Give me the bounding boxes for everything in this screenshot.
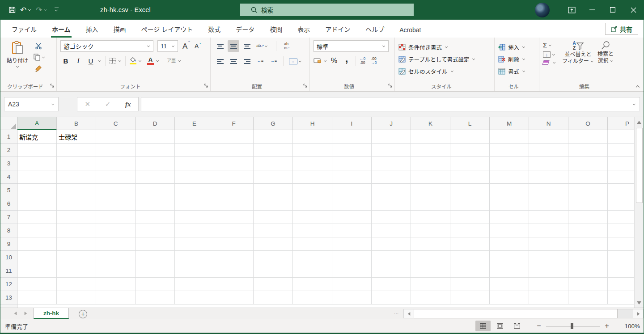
paste-button[interactable]: 貼り付け (4, 40, 31, 83)
cell-C7[interactable] (96, 211, 136, 224)
cell-G5[interactable] (254, 184, 293, 197)
zoom-slider-thumb[interactable] (571, 323, 573, 329)
phonetic-guide-button[interactable]: ア亜 (167, 59, 176, 63)
cell-B5[interactable] (57, 184, 96, 197)
scroll-left-button[interactable] (403, 309, 414, 318)
customize-qat-button[interactable] (55, 8, 59, 12)
find-select-button[interactable]: 検索と選択 (596, 40, 615, 83)
tab-表示[interactable]: 表示 (290, 21, 318, 38)
font-size-select[interactable]: 11 (157, 40, 178, 52)
cell-D11[interactable] (136, 264, 175, 278)
minimize-button[interactable] (582, 0, 602, 20)
sort-filter-button[interactable]: AZ 並べ替えとフィルター (560, 40, 596, 83)
cell-E8[interactable] (175, 224, 214, 237)
cell-N13[interactable] (529, 291, 568, 304)
cell-M4[interactable] (490, 170, 529, 184)
column-header-P[interactable]: P (608, 117, 634, 130)
cell-E7[interactable] (175, 211, 214, 224)
cell-P5[interactable] (608, 184, 634, 197)
cell-D9[interactable] (136, 237, 175, 251)
cell-G1[interactable] (254, 130, 293, 144)
cell-C2[interactable] (96, 144, 136, 157)
cell-D4[interactable] (136, 170, 175, 184)
tab-Acrobat[interactable]: Acrobat (392, 22, 428, 38)
cell-C10[interactable] (96, 251, 136, 264)
cell-N11[interactable] (529, 264, 568, 278)
cell-N3[interactable] (529, 157, 568, 170)
cell-I6[interactable] (332, 197, 372, 211)
cell-F9[interactable] (214, 237, 254, 251)
cell-K6[interactable] (411, 197, 450, 211)
scroll-right-button[interactable] (633, 309, 644, 318)
cell-E11[interactable] (175, 264, 214, 278)
row-header-7[interactable]: 7 (0, 211, 17, 224)
cell-F7[interactable] (214, 211, 254, 224)
cell-H1[interactable] (293, 130, 332, 144)
cell-I1[interactable] (332, 130, 372, 144)
cell-A9[interactable] (17, 237, 57, 251)
cell-A8[interactable] (17, 224, 57, 237)
tab-ホーム[interactable]: ホーム (44, 21, 78, 38)
cell-K7[interactable] (411, 211, 450, 224)
cell-J12[interactable] (372, 278, 411, 291)
cell-N2[interactable] (529, 144, 568, 157)
row-header-9[interactable]: 9 (0, 237, 17, 251)
cell-G4[interactable] (254, 170, 293, 184)
cell-A2[interactable] (17, 144, 57, 157)
cell-J3[interactable] (372, 157, 411, 170)
column-header-A[interactable]: A (17, 117, 57, 130)
cell-H4[interactable] (293, 170, 332, 184)
cell-N9[interactable] (529, 237, 568, 251)
cell-H3[interactable] (293, 157, 332, 170)
cell-K2[interactable] (411, 144, 450, 157)
cell-P9[interactable] (608, 237, 634, 251)
cell-O13[interactable] (568, 291, 608, 304)
scroll-down-button[interactable] (635, 298, 644, 308)
zoom-slider-track[interactable] (546, 326, 600, 326)
cell-G12[interactable] (254, 278, 293, 291)
page-break-preview-button[interactable] (509, 321, 525, 331)
phonetic-dropdown-icon[interactable] (178, 59, 181, 62)
cell-L2[interactable] (450, 144, 490, 157)
cell-F12[interactable] (214, 278, 254, 291)
column-header-O[interactable]: O (568, 117, 608, 130)
zoom-in-button[interactable]: + (602, 322, 611, 330)
cell-E2[interactable] (175, 144, 214, 157)
tab-挿入[interactable]: 挿入 (78, 21, 106, 38)
cell-A12[interactable] (17, 278, 57, 291)
search-box[interactable]: 検索 (240, 4, 414, 16)
save-button[interactable] (8, 6, 16, 13)
top-align-button[interactable] (214, 40, 226, 52)
cell-J9[interactable] (372, 237, 411, 251)
normal-view-button[interactable] (475, 321, 491, 331)
cell-N12[interactable] (529, 278, 568, 291)
row-header-8[interactable]: 8 (0, 224, 17, 237)
cell-D12[interactable] (136, 278, 175, 291)
cell-O3[interactable] (568, 157, 608, 170)
cell-K5[interactable] (411, 184, 450, 197)
cell-D8[interactable] (136, 224, 175, 237)
cell-M5[interactable] (490, 184, 529, 197)
cell-F8[interactable] (214, 224, 254, 237)
maximize-button[interactable] (602, 0, 623, 20)
cell-E9[interactable] (175, 237, 214, 251)
cell-D5[interactable] (136, 184, 175, 197)
cell-F2[interactable] (214, 144, 254, 157)
cell-C11[interactable] (96, 264, 136, 278)
cell-K4[interactable] (411, 170, 450, 184)
cell-L12[interactable] (450, 278, 490, 291)
cell-H7[interactable] (293, 211, 332, 224)
next-sheet-button[interactable] (25, 312, 27, 315)
cell-F4[interactable] (214, 170, 254, 184)
cell-O1[interactable] (568, 130, 608, 144)
prev-sheet-button[interactable] (14, 312, 17, 315)
cell-H2[interactable] (293, 144, 332, 157)
underline-dropdown-icon[interactable] (98, 59, 101, 62)
alignment-dialog-launcher[interactable] (303, 83, 308, 89)
increase-indent-button[interactable]: →≡ (268, 55, 280, 67)
bottom-align-button[interactable] (241, 40, 253, 52)
underline-button[interactable]: U (85, 55, 96, 66)
cell-N8[interactable] (529, 224, 568, 237)
borders-dropdown-icon[interactable] (119, 59, 121, 62)
align-center-button[interactable] (228, 55, 239, 67)
